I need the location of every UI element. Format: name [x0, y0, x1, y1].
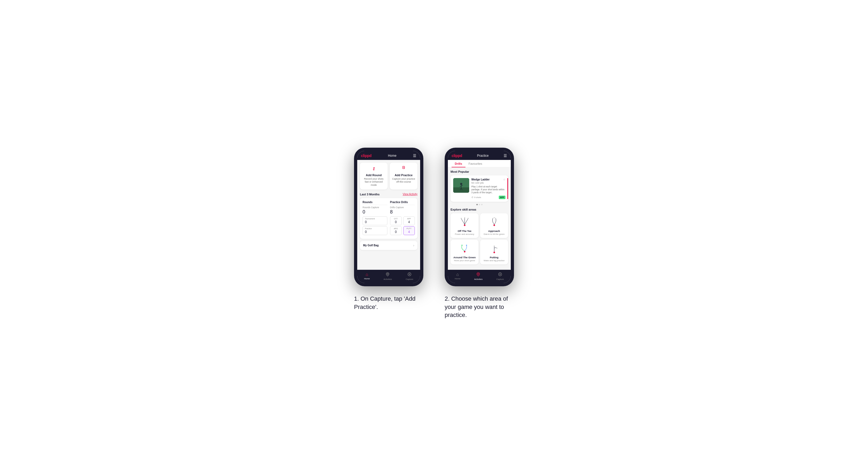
ott-skill-name: Off The Tee — [453, 229, 476, 232]
clippd-logo-1: clippd — [361, 154, 371, 158]
arg-diagram — [458, 242, 471, 254]
svg-point-31 — [461, 245, 463, 246]
skill-card-ott[interactable]: Off The Tee Power and accuracy — [451, 213, 478, 238]
tab-favourites[interactable]: Favourites — [465, 160, 486, 167]
hamburger-icon-2[interactable]: ☰ — [503, 154, 507, 158]
svg-point-32 — [466, 245, 467, 246]
ott-diagram — [458, 216, 471, 228]
practice-tabs: Drills Favourites — [448, 160, 511, 167]
svg-point-34 — [494, 246, 495, 247]
svg-point-29 — [495, 218, 496, 218]
putt-box: PUTT 4 — [403, 226, 415, 235]
svg-point-7 — [387, 273, 388, 274]
skill-card-approach[interactable]: Approach Dial-in to hit the green — [480, 213, 508, 238]
chevron-right-icon: › — [413, 244, 414, 247]
add-practice-subtitle: Capture your practice off-the-course — [392, 178, 415, 184]
golf-bag-label: My Golf Bag — [363, 244, 378, 247]
capture-nav-icon-2 — [498, 272, 502, 278]
putting-skill-desc: Make and lag practice — [482, 259, 506, 262]
svg-point-33 — [493, 252, 495, 253]
arg-skill-name: Around The Green — [453, 256, 476, 259]
view-activity-link[interactable]: View Activity — [403, 193, 417, 196]
arg-skill-desc: Hone your short game — [453, 259, 476, 262]
phone-2-screen: clippd Practice ☰ Drills Favourites Most… — [448, 151, 511, 283]
approach-skill-name: Approach — [482, 229, 506, 232]
phone-1-frame: clippd Home ☰ — [354, 148, 423, 286]
hamburger-icon-1[interactable]: ☰ — [413, 154, 416, 158]
nav-capture-2[interactable]: Capture — [496, 272, 504, 280]
putt-stat: PUTT 4 — [403, 226, 415, 235]
svg-point-13 — [460, 183, 462, 185]
dot-1 — [476, 204, 478, 205]
drill-card[interactable]: Wedge Ladder ☆ 50–100 yds Play 1 shot at… — [451, 176, 508, 202]
capture-nav-label-2: Capture — [496, 278, 504, 280]
svg-point-0 — [373, 169, 374, 170]
tab-drills[interactable]: Drills — [452, 160, 465, 167]
nav-home[interactable]: ⌂ Home — [364, 272, 370, 280]
svg-line-20 — [461, 219, 465, 224]
app-stat: APP 4 — [403, 216, 415, 225]
phone-1-section: clippd Home ☰ — [354, 148, 423, 311]
add-round-title: Add Round — [362, 174, 385, 177]
app-label: APP — [404, 218, 414, 220]
putt-label: PUTT — [404, 228, 414, 229]
drill-distance: 50–100 yds — [471, 182, 505, 184]
practice-value: 0 — [365, 230, 385, 234]
vertical-accent — [507, 178, 508, 199]
tournament-label: Tournament — [365, 218, 385, 220]
svg-point-28 — [492, 218, 493, 218]
practice-content: Most Popular — [448, 167, 511, 270]
last-months-header: Last 3 Months View Activity — [360, 193, 417, 196]
dot-2 — [479, 204, 480, 205]
drill-header: Wedge Ladder ☆ — [471, 178, 505, 181]
home-nav-label-2: Home — [455, 278, 460, 280]
ott-box: OTT 0 — [390, 216, 402, 225]
approach-skill-desc: Dial-in to hit the green — [482, 233, 506, 236]
drill-shots: ⏱ 9 shots — [471, 196, 481, 198]
svg-point-6 — [404, 168, 404, 168]
ott-stat: OTT 0 — [390, 216, 402, 225]
bottom-nav-2: ⌂ Home Activities — [448, 270, 511, 283]
practice-drills-col: Practice Drills Drills Capture 8 OTT 0 — [390, 201, 415, 236]
carousel-dots — [451, 204, 508, 205]
arg-stat: ARG 0 — [390, 226, 402, 235]
add-round-subtitle: Record your shots fast or enhanced mode — [362, 178, 385, 187]
caption-2: 2. Choose which area of your game you wa… — [445, 295, 514, 319]
rounds-capture-label: Rounds Capture — [363, 206, 388, 209]
home-nav-icon-2: ⌂ — [456, 272, 459, 277]
nav-home-2[interactable]: ⌂ Home — [455, 272, 460, 280]
add-practice-card[interactable]: Add Practice Capture your practice off-t… — [390, 163, 417, 189]
app-badge: APP — [499, 196, 505, 199]
tournament-box: Tournament 0 — [363, 216, 388, 225]
skill-card-arg[interactable]: Around The Green Hone your short game — [451, 240, 478, 264]
drills-sub-stats-bottom: ARG 0 PUTT 4 — [390, 226, 415, 235]
arg-label: ARG — [391, 228, 401, 229]
approach-diagram — [488, 216, 501, 228]
nav-activities-2[interactable]: Activities — [474, 272, 483, 280]
my-golf-bag[interactable]: My Golf Bag › — [360, 241, 417, 250]
nav-activities[interactable]: Activities — [383, 272, 392, 280]
practice-label: Practice — [365, 228, 385, 229]
most-popular-title: Most Popular — [451, 170, 508, 173]
practice-drills-title: Practice Drills — [390, 201, 415, 205]
svg-point-23 — [461, 218, 462, 219]
activities-nav-icon-2 — [476, 272, 480, 278]
home-nav-icon: ⌂ — [366, 272, 368, 277]
nav-capture[interactable]: Capture — [406, 272, 413, 280]
putting-skill-name: Putting — [482, 256, 506, 259]
add-round-card[interactable]: Add Round Record your shots fast or enha… — [360, 163, 388, 189]
home-title: Home — [388, 154, 396, 158]
svg-point-30 — [464, 251, 465, 252]
svg-point-25 — [468, 218, 469, 219]
phone-1-screen: clippd Home ☰ — [357, 151, 420, 283]
skill-card-putting[interactable]: Putting Make and lag practice — [480, 240, 508, 264]
rounds-col: Rounds Rounds Capture 0 Tournament 0 Pra… — [363, 201, 388, 236]
putt-value: 4 — [404, 230, 414, 234]
ott-value: 0 — [391, 220, 401, 224]
stats-card: Rounds Rounds Capture 0 Tournament 0 Pra… — [360, 198, 417, 239]
svg-point-19 — [464, 224, 465, 226]
drill-footer: ⏱ 9 shots APP — [471, 196, 505, 199]
svg-line-22 — [465, 219, 468, 224]
add-practice-title: Add Practice — [392, 174, 415, 177]
add-round-icon — [362, 165, 385, 173]
